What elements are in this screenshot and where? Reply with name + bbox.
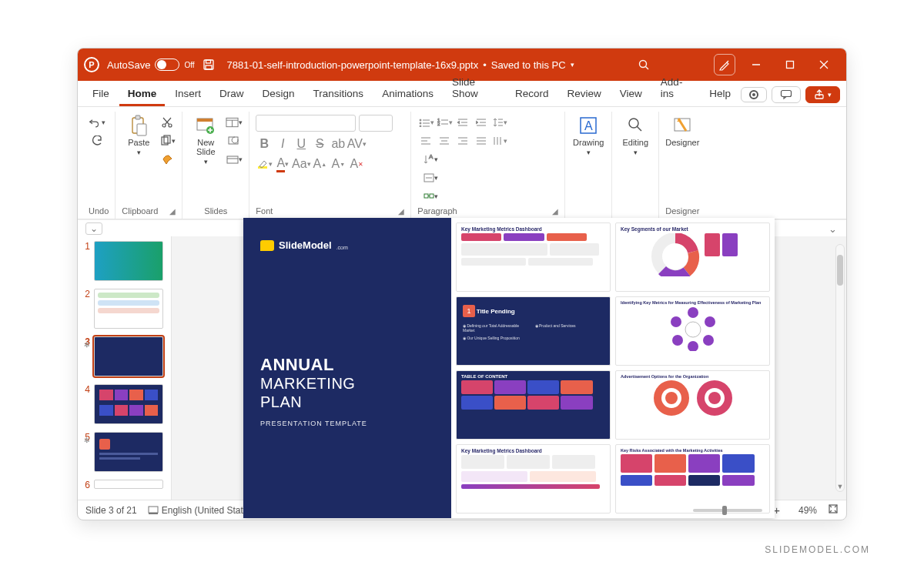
dialog-launcher-icon[interactable]: ◢ bbox=[398, 207, 404, 216]
undo-button[interactable]: ▾ bbox=[89, 115, 105, 130]
slidemodel-logo: SlideModel.com bbox=[260, 239, 348, 251]
drawing-button[interactable]: A Drawing▾ bbox=[571, 115, 605, 156]
zoom-level[interactable]: 49% bbox=[791, 505, 817, 516]
editing-button[interactable]: Editing▾ bbox=[618, 115, 652, 156]
dialog-launcher-icon[interactable]: ◢ bbox=[169, 207, 176, 216]
tab-file[interactable]: File bbox=[84, 82, 118, 106]
align-right-button[interactable] bbox=[454, 133, 471, 149]
language-indicator[interactable]: English (United States) bbox=[148, 505, 256, 516]
thumbnail-1[interactable]: 1 bbox=[79, 241, 166, 281]
minimize-button[interactable] bbox=[740, 49, 772, 81]
tab-design[interactable]: Design bbox=[254, 82, 303, 106]
comments-button[interactable] bbox=[772, 86, 801, 103]
section-button[interactable]: ▾ bbox=[226, 152, 243, 167]
font-family-select[interactable] bbox=[256, 115, 356, 132]
character-spacing-button[interactable]: AV▾ bbox=[348, 136, 365, 152]
current-slide[interactable]: SlideModel.com ANNUAL MARKETING PLAN PRE… bbox=[243, 218, 775, 518]
line-spacing-button[interactable]: ▾ bbox=[491, 115, 508, 130]
search-button[interactable] bbox=[582, 59, 706, 71]
font-color-button[interactable]: A▾ bbox=[274, 156, 291, 172]
shrink-font-button[interactable]: A▼ bbox=[330, 156, 346, 172]
designer-button[interactable]: Designer bbox=[665, 115, 699, 147]
svg-rect-66 bbox=[430, 194, 434, 198]
tab-help[interactable]: Help bbox=[701, 82, 739, 106]
camera-record-button[interactable] bbox=[741, 87, 767, 102]
svg-rect-1 bbox=[206, 60, 210, 63]
find-icon bbox=[624, 115, 646, 136]
strike-button[interactable]: S bbox=[311, 136, 328, 152]
bold-button[interactable]: B bbox=[256, 136, 273, 152]
format-painter-button[interactable] bbox=[159, 152, 176, 167]
underline-button[interactable]: U bbox=[293, 136, 310, 152]
vertical-scrollbar[interactable]: ▲ ▼ bbox=[835, 244, 845, 492]
maximize-button[interactable] bbox=[774, 49, 806, 81]
share-button[interactable]: ▾ bbox=[805, 86, 840, 103]
filename: 7881-01-self-introduction-powerpoint-tem… bbox=[227, 59, 479, 71]
svg-rect-27 bbox=[258, 166, 267, 169]
italic-button[interactable]: I bbox=[274, 136, 291, 152]
mini-8: Key Risks Associated with the Marketing … bbox=[615, 444, 770, 513]
close-button[interactable] bbox=[808, 49, 840, 81]
tab-review[interactable]: Review bbox=[559, 82, 610, 106]
copy-button[interactable]: ▾ bbox=[159, 133, 176, 149]
tab-slide-show[interactable]: Slide Show bbox=[444, 70, 505, 106]
group-label-clipboard: Clipboard bbox=[122, 206, 158, 216]
align-left-button[interactable] bbox=[417, 133, 434, 149]
tab-record[interactable]: Record bbox=[507, 82, 557, 106]
document-title[interactable]: 7881-01-self-introduction-powerpoint-tem… bbox=[227, 59, 574, 71]
tab-draw[interactable]: Draw bbox=[211, 82, 253, 106]
font-size-select[interactable] bbox=[359, 115, 393, 132]
paste-button[interactable]: Paste▾ bbox=[122, 115, 156, 156]
new-slide-button[interactable]: New Slide▾ bbox=[189, 115, 223, 166]
overflow-chevron-icon[interactable]: ⌄ bbox=[85, 222, 102, 235]
fit-to-window-button[interactable] bbox=[828, 503, 839, 517]
autosave-toggle[interactable]: AutoSave Off bbox=[107, 59, 195, 71]
clear-format-button[interactable]: A✕ bbox=[348, 156, 365, 172]
dialog-launcher-icon[interactable]: ◢ bbox=[552, 207, 558, 216]
thumbnail-2[interactable]: 2 bbox=[79, 289, 166, 329]
zoom-slider[interactable] bbox=[693, 509, 762, 512]
tab-animations[interactable]: Animations bbox=[373, 82, 442, 106]
numbering-button[interactable]: 12▾ bbox=[436, 115, 453, 130]
align-center-button[interactable] bbox=[436, 133, 453, 149]
svg-rect-21 bbox=[226, 118, 238, 126]
grow-font-button[interactable]: A▲ bbox=[311, 156, 328, 172]
tab-view[interactable]: View bbox=[611, 82, 651, 106]
layout-button[interactable]: ▾ bbox=[226, 115, 243, 130]
svg-point-74 bbox=[666, 247, 685, 266]
align-text-button[interactable]: ▾ bbox=[422, 170, 439, 186]
justify-button[interactable] bbox=[473, 133, 490, 149]
tab-home[interactable]: Home bbox=[119, 82, 166, 106]
pen-mode-button[interactable] bbox=[714, 54, 735, 75]
mini-5: TABLE OF CONTENT bbox=[456, 370, 611, 440]
smartart-button[interactable]: ▾ bbox=[422, 189, 439, 204]
cut-button[interactable] bbox=[159, 115, 176, 130]
slide-thumbnail-pane[interactable]: 1 2 3✻ 4 5✻ 6 bbox=[78, 236, 172, 500]
record-icon bbox=[749, 90, 758, 99]
tab-add-ins[interactable]: Add-ins bbox=[652, 70, 699, 106]
save-icon[interactable] bbox=[203, 59, 215, 71]
tab-insert[interactable]: Insert bbox=[166, 82, 209, 106]
indent-decrease-button[interactable] bbox=[454, 115, 471, 130]
slide-counter[interactable]: Slide 3 of 21 bbox=[85, 505, 137, 516]
change-case-button[interactable]: Aa▾ bbox=[293, 156, 310, 172]
highlight-button[interactable]: ▾ bbox=[256, 156, 273, 172]
redo-button[interactable] bbox=[89, 133, 105, 149]
scroll-down-icon[interactable]: ▼ bbox=[835, 483, 845, 492]
drawing-icon: A bbox=[578, 115, 599, 136]
thumbnail-3[interactable]: 3✻ bbox=[79, 336, 166, 376]
columns-button[interactable]: ▾ bbox=[491, 133, 508, 149]
thumbnail-5[interactable]: 5✻ bbox=[79, 432, 166, 472]
tab-transitions[interactable]: Transitions bbox=[305, 82, 373, 106]
reset-button[interactable] bbox=[226, 133, 243, 149]
bullets-button[interactable]: ▾ bbox=[417, 115, 434, 130]
collapse-ribbon-button[interactable]: ⌄ bbox=[829, 223, 837, 235]
indent-increase-button[interactable] bbox=[473, 115, 490, 130]
mini-6: Advertisement Options for the Organizati… bbox=[615, 370, 770, 440]
slide-canvas[interactable]: SlideModel.com ANNUAL MARKETING PLAN PRE… bbox=[172, 236, 846, 500]
text-direction-button[interactable]: A▾ bbox=[422, 152, 439, 167]
shadow-text-button[interactable]: ab bbox=[330, 136, 346, 152]
save-state: Saved to this PC bbox=[491, 59, 566, 71]
thumbnail-4[interactable]: 4 bbox=[79, 384, 166, 424]
thumbnail-6[interactable]: 6 bbox=[79, 480, 166, 490]
